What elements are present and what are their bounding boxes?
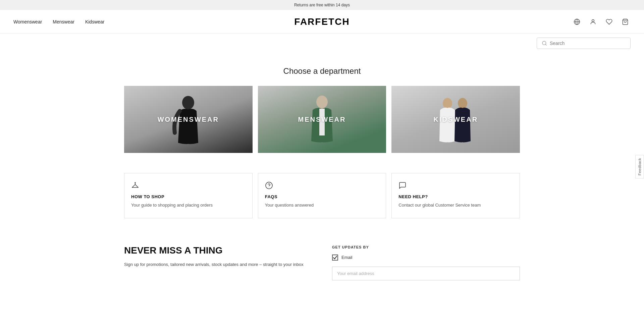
svg-point-8 xyxy=(316,96,328,108)
email-checkbox[interactable] xyxy=(332,255,338,261)
department-card-kidswear[interactable]: KIDSWEAR xyxy=(391,86,520,153)
department-section: Choose a department WOMENSWEAR xyxy=(124,53,520,163)
how-to-shop-description: Your guide to shopping and placing order… xyxy=(131,202,246,209)
search-bar-container xyxy=(0,34,644,53)
svg-point-11 xyxy=(458,98,467,109)
faqs-title: FAQS xyxy=(265,194,379,199)
updates-label: GET UPDATES BY xyxy=(332,245,520,249)
newsletter-heading: NEVER MISS A THING xyxy=(124,245,312,256)
header-icons xyxy=(572,16,631,27)
svg-point-3 xyxy=(592,19,594,22)
help-card-faqs[interactable]: FAQS Your questions answered xyxy=(258,173,386,218)
wishlist-icon-button[interactable] xyxy=(604,16,614,27)
svg-point-7 xyxy=(182,96,194,109)
newsletter-right: GET UPDATES BY Email xyxy=(332,245,520,280)
help-card-how-to-shop[interactable]: HOW TO SHOP Your guide to shopping and p… xyxy=(124,173,253,218)
feedback-tab[interactable]: Feedback xyxy=(635,155,644,178)
globe-icon-button[interactable] xyxy=(572,16,582,27)
bag-icon xyxy=(622,18,629,25)
question-circle-icon xyxy=(265,181,379,189)
faqs-description: Your questions answered xyxy=(265,202,379,209)
newsletter-section: NEVER MISS A THING Sign up for promotion… xyxy=(124,232,520,294)
nav-kidswear[interactable]: Kidswear xyxy=(85,19,105,24)
checkmark-icon xyxy=(333,256,337,259)
need-help-title: NEED HELP? xyxy=(398,194,513,199)
heart-icon xyxy=(606,18,612,25)
svg-point-13 xyxy=(266,182,272,189)
account-icon xyxy=(590,18,596,25)
nav-womenswear[interactable]: Womenswear xyxy=(13,19,42,24)
womenswear-label: WOMENSWEAR xyxy=(158,116,219,123)
help-grid: HOW TO SHOP Your guide to shopping and p… xyxy=(124,173,520,218)
email-checkbox-row: Email xyxy=(332,255,520,261)
department-card-menswear[interactable]: MENSWEAR xyxy=(258,86,386,153)
top-banner: Returns are free within 14 days xyxy=(0,0,644,10)
banner-text: Returns are free within 14 days xyxy=(294,3,350,7)
help-section: HOW TO SHOP Your guide to shopping and p… xyxy=(124,163,520,232)
svg-line-6 xyxy=(545,44,546,45)
newsletter-description: Sign up for promotions, tailored new arr… xyxy=(124,261,312,268)
department-grid: WOMENSWEAR MENSWEAR xyxy=(124,86,520,153)
main-nav: Womenswear Menswear Kidswear xyxy=(13,19,105,24)
feedback-label: Feedback xyxy=(638,158,642,175)
header: Womenswear Menswear Kidswear FARFETCH xyxy=(0,10,644,34)
main-content: Choose a department WOMENSWEAR xyxy=(111,53,533,294)
menswear-label: MENSWEAR xyxy=(298,116,346,123)
search-bar xyxy=(537,38,631,49)
kidswear-label: KIDSWEAR xyxy=(433,116,478,123)
department-card-womenswear[interactable]: WOMENSWEAR xyxy=(124,86,253,153)
globe-icon xyxy=(574,18,580,25)
how-to-shop-title: HOW TO SHOP xyxy=(131,194,246,199)
help-card-need-help[interactable]: NEED HELP? Contact our global Customer S… xyxy=(391,173,520,218)
site-logo[interactable]: FARFETCH xyxy=(294,16,350,27)
chat-icon xyxy=(398,181,513,189)
department-heading: Choose a department xyxy=(124,66,520,76)
search-icon xyxy=(542,41,547,46)
search-input[interactable] xyxy=(550,41,626,46)
svg-point-12 xyxy=(135,182,136,183)
email-input[interactable] xyxy=(332,267,520,280)
hanger-icon xyxy=(131,181,246,189)
newsletter-left: NEVER MISS A THING Sign up for promotion… xyxy=(124,245,312,268)
nav-menswear[interactable]: Menswear xyxy=(53,19,74,24)
email-checkbox-label: Email xyxy=(341,255,353,260)
account-icon-button[interactable] xyxy=(588,16,598,27)
bag-icon-button[interactable] xyxy=(620,16,631,27)
svg-point-10 xyxy=(443,98,452,109)
need-help-description: Contact our global Customer Service team xyxy=(398,202,513,209)
